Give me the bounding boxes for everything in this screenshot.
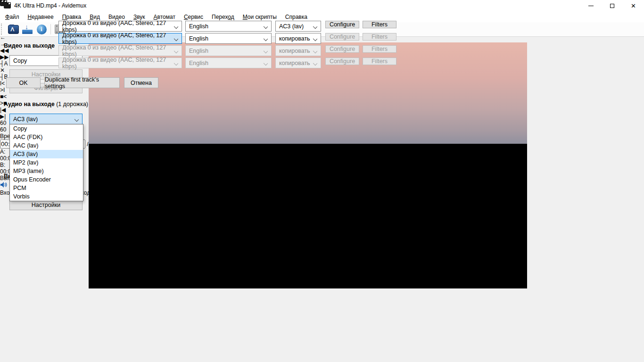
audio-codec-option-vorbis[interactable]: Vorbis [10,192,83,201]
audio-codec-option-aac-fdk[interactable]: AAC (FDK) [10,133,83,141]
track2-source-combo[interactable]: Дорожка 0 из видео (AAC, Stereo, 127 kbp… [58,33,182,44]
close-button[interactable]: ✕ [623,0,644,12]
save-video-icon [22,25,33,34]
track3-source-combo: Дорожка 0 из видео (AAC, Stereo, 127 kbp… [58,45,182,56]
track2-language-combo[interactable]: English [185,33,272,44]
audio-codec-option-copy[interactable]: Copy [10,124,83,133]
track3-filters-button: Filters [363,45,396,53]
title-bar: 4K Ultra HD.mp4 - Avidemux ✕ [0,0,644,12]
track4-codec-combo: копировать [275,58,321,68]
track4-language-combo: English [185,58,272,68]
track1-codec-combo[interactable]: AC3 (lav) [275,21,321,32]
information-button[interactable]: i [34,23,49,35]
audio-codec-option-ac3-lav[interactable]: AC3 (lav) [10,150,83,158]
dialog-clapperboard-icon [0,0,7,6]
audio-codec-option-opus[interactable]: Opus Encoder [10,175,83,184]
track1-language-combo[interactable]: English [185,21,272,32]
minimize-button[interactable] [580,0,602,12]
close-icon: ✕ [631,3,636,9]
track1-configure-button[interactable]: Configure [325,21,359,28]
ok-button[interactable]: OK [6,77,41,88]
marker-b-field-label: B: [0,162,5,168]
audio-configure-button[interactable]: Настройки [9,200,83,210]
information-icon: i [37,25,47,34]
open-video-icon [8,25,19,34]
video-output-header: Видео на выходе [4,42,55,49]
track4-configure-button: Configure [325,58,359,65]
menu-file[interactable]: Файл [1,12,24,22]
track3-language-combo: English [185,45,272,56]
audio-codec-option-aac-lav[interactable]: AAC (lav) [10,141,83,150]
audio-codec-option-pcm[interactable]: PCM [10,184,83,192]
avidemux-window: 4K Ultra HD.mp4 - Avidemux ✕ Файл Недавн… [0,0,644,362]
track2-configure-button: Configure [325,33,359,41]
restore-button[interactable] [602,0,623,12]
menu-help[interactable]: Справка [281,12,312,22]
menu-recent[interactable]: Недавнее [24,12,58,22]
track1-filters-button[interactable]: Filters [363,21,396,28]
track4-source-combo: Дорожка 0 из видео (AAC, Stereo, 127 kbp… [58,58,182,68]
open-video-button[interactable] [6,23,20,35]
track2-filters-button: Filters [363,33,396,41]
track4-filters-button: Filters [363,58,396,65]
save-video-button[interactable] [20,23,34,35]
toolbar-separator [50,24,51,34]
marker-a-field-label: A: [0,148,5,155]
track3-codec-combo: копировать [275,45,321,56]
menu-go[interactable]: Переход [207,12,239,22]
window-title: 4K Ultra HD.mp4 - Avidemux [14,2,86,9]
menu-custom-scripts[interactable]: Мои скрипты [239,12,281,22]
menu-tools[interactable]: Сервис [180,12,207,22]
duplicate-settings-button[interactable]: Duplicate first track's settings [44,77,120,88]
track2-codec-combo[interactable]: копировать [275,33,321,44]
audio-codec-option-mp3-lame[interactable]: MP3 (lame) [10,167,83,175]
audio-codec-combo[interactable]: AC3 (lav) [9,114,83,124]
audio-codec-dropdown-list: Copy AAC (FDK) AAC (lav) AC3 (lav) MP2 (… [9,124,83,201]
audio-codec-option-mp2-lav[interactable]: MP2 (lav) [10,158,83,167]
audio-output-header: Аудио на выходе (1 дорожка) [4,101,88,107]
minimize-icon [588,6,594,6]
restore-icon [610,4,614,8]
cancel-button[interactable]: Отмена [124,77,158,88]
toolbar-grip[interactable] [1,24,4,35]
speaker-icon [0,181,8,188]
track1-source-combo[interactable]: Дорожка 0 из видео (AAC, Stereo, 127 kbp… [58,21,182,32]
track3-configure-button: Configure [325,45,359,53]
